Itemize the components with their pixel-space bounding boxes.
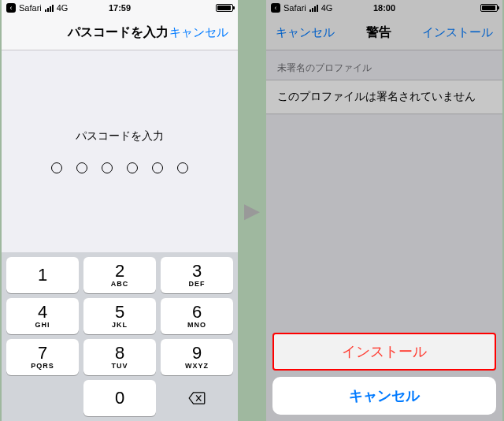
clock: 17:59 bbox=[82, 3, 158, 13]
key-5[interactable]: 5JKL bbox=[83, 298, 156, 334]
sheet-cancel-button[interactable]: キャンセル bbox=[272, 377, 496, 415]
section-header: 未署名のプロファイル bbox=[266, 50, 502, 80]
back-app-label[interactable]: Safari bbox=[284, 3, 306, 13]
passcode-area: パスコードを入力 bbox=[2, 50, 238, 252]
signal-icon bbox=[309, 5, 318, 12]
passcode-dot bbox=[152, 162, 163, 173]
passcode-dots bbox=[51, 162, 188, 173]
passcode-prompt: パスコードを入力 bbox=[76, 129, 164, 143]
backspace-button[interactable] bbox=[161, 380, 233, 416]
nav-title: 警告 bbox=[335, 24, 422, 41]
signal-icon bbox=[45, 5, 54, 12]
back-to-app-icon[interactable]: ‹ bbox=[271, 3, 280, 13]
nav-title: パスコードを入力 bbox=[66, 24, 169, 41]
status-bar: ‹ Safari 4G 18:00 bbox=[266, 0, 502, 16]
warning-row: このプロファイルは署名されていません bbox=[266, 80, 502, 114]
action-sheet: インストール キャンセル bbox=[266, 326, 502, 421]
passcode-dot bbox=[51, 162, 62, 173]
key-0[interactable]: 0 bbox=[83, 380, 156, 416]
status-bar: ‹ Safari 4G 17:59 bbox=[2, 0, 238, 16]
key-7[interactable]: 7PQRS bbox=[6, 339, 79, 375]
network-label: 4G bbox=[321, 3, 333, 13]
passcode-dot bbox=[177, 162, 188, 173]
numeric-keypad: 1 2ABC 3DEF 4GHI 5JKL 6MNO 7PQRS 8TUV 9W… bbox=[2, 252, 238, 421]
backspace-icon bbox=[188, 392, 206, 404]
back-to-app-icon[interactable]: ‹ bbox=[6, 3, 16, 13]
cancel-button[interactable]: キャンセル bbox=[169, 25, 228, 40]
key-2[interactable]: 2ABC bbox=[83, 257, 156, 293]
install-button[interactable]: インストール bbox=[422, 25, 493, 40]
clock: 18:00 bbox=[346, 3, 422, 13]
key-4[interactable]: 4GHI bbox=[6, 298, 79, 334]
passcode-screen: ‹ Safari 4G 17:59 パスコードを入力 キャンセル パスコードを入… bbox=[2, 0, 238, 421]
passcode-dot bbox=[127, 162, 138, 173]
key-9[interactable]: 9WXYZ bbox=[161, 339, 233, 375]
key-8[interactable]: 8TUV bbox=[83, 339, 156, 375]
battery-icon bbox=[216, 4, 233, 12]
arrow-right-icon: ▶ bbox=[244, 199, 260, 223]
nav-bar: キャンセル 警告 インストール bbox=[266, 16, 502, 50]
sheet-install-button[interactable]: インストール bbox=[272, 333, 496, 371]
network-label: 4G bbox=[57, 3, 69, 13]
key-blank bbox=[6, 380, 79, 416]
key-3[interactable]: 3DEF bbox=[161, 257, 233, 293]
passcode-dot bbox=[76, 162, 87, 173]
key-1[interactable]: 1 bbox=[6, 257, 79, 293]
battery-icon bbox=[480, 4, 498, 12]
warning-screen: ‹ Safari 4G 18:00 キャンセル 警告 インストール 未署名のプロ… bbox=[266, 0, 502, 421]
key-6[interactable]: 6MNO bbox=[161, 298, 233, 334]
back-app-label[interactable]: Safari bbox=[19, 3, 42, 13]
nav-bar: パスコードを入力 キャンセル bbox=[2, 16, 238, 50]
cancel-button[interactable]: キャンセル bbox=[276, 25, 335, 40]
passcode-dot bbox=[102, 162, 113, 173]
